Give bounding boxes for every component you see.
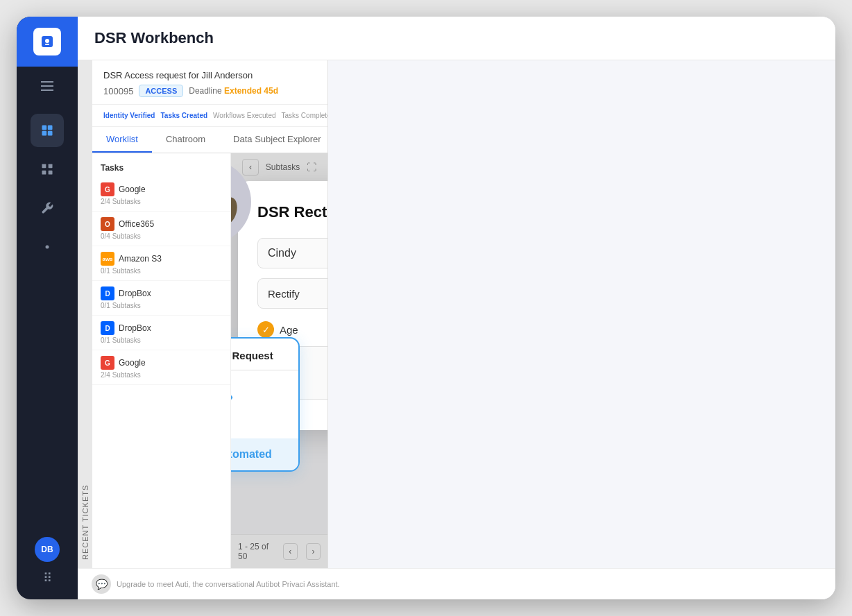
step-completed: Tasks Completed [282, 112, 327, 119]
tabs-bar: Worklist Chatroom Data Subject Explorer … [92, 127, 327, 153]
home-icon [40, 123, 54, 137]
owl-container [231, 160, 251, 271]
avatar[interactable]: DB [35, 537, 60, 562]
svg-point-11 [46, 246, 49, 249]
age-header: ✓ Age [257, 321, 327, 338]
svg-rect-6 [48, 131, 53, 136]
upgrade-icon: 💬 [92, 574, 111, 594]
dropbox-icon-2: D [101, 321, 114, 335]
tab-data-subject[interactable]: Data Subject Explorer [219, 127, 328, 153]
modal-title: DSR Rectify Request [257, 203, 327, 221]
amazon-icon: aws [101, 252, 114, 266]
main-content: DSR Workbench RECENT TICKETS DSR Access … [78, 17, 835, 599]
task-item-google-1[interactable]: G Google 2/4 Subtasks [92, 177, 230, 212]
top-bar: DSR Workbench [78, 17, 835, 60]
task-service-row: G Google [101, 182, 222, 196]
task-item-dropbox-2[interactable]: D DropBox 0/1 Subtasks [92, 316, 230, 350]
subtask-count-5: 0/1 Subtasks [101, 336, 222, 344]
tab-worklist[interactable]: Worklist [92, 127, 152, 153]
sidebar-bottom: DB ⠿ [35, 537, 60, 599]
upgrade-bar: 💬 Upgrade to meet Auti, the conversation… [78, 568, 835, 599]
tab-chatroom[interactable]: Chatroom [152, 127, 219, 153]
task-service-row-4: D DropBox [101, 286, 222, 300]
service-name-3: Amazon S3 [119, 254, 162, 264]
rectification-title: Rectification Request [231, 339, 298, 370]
content-area: RECENT TICKETS DSR Access request for Ji… [78, 60, 835, 568]
google-icon-1: G [101, 182, 114, 196]
task-service-row-6: G Google [101, 356, 222, 370]
step-identity: Identity Verified [103, 112, 155, 119]
task-item-amazons3[interactable]: aws Amazon S3 0/1 Subtasks [92, 246, 230, 281]
svg-rect-2 [45, 44, 49, 45]
svg-rect-9 [42, 171, 46, 175]
sidebar-item-home[interactable] [31, 114, 64, 147]
task-service-row-5: D DropBox [101, 321, 222, 335]
age-label: Age [280, 324, 298, 336]
task-service-row-3: aws Amazon S3 [101, 252, 222, 266]
tasks-list-panel: Tasks G Google 2/4 Subtasks O [92, 153, 231, 568]
rectification-card: Rectification Request Subtask A [231, 337, 300, 472]
deadline-label: Deadline Extended 45d [189, 86, 278, 96]
request-type-dropdown[interactable]: Rectify ▾ [257, 278, 327, 309]
svg-rect-7 [42, 164, 46, 169]
name-row [257, 238, 327, 268]
subtask-count-4: 0/1 Subtasks [101, 302, 222, 309]
logo-area [17, 17, 78, 67]
svg-point-1 [45, 39, 49, 43]
task-item-office365[interactable]: O Office365 0/4 Subtasks [92, 212, 230, 246]
service-name-5: DropBox [119, 323, 151, 333]
service-name-2: Office365 [119, 219, 154, 229]
task-item-google-2[interactable]: G Google 2/4 Subtasks [92, 350, 230, 385]
step-workflows: Workflows Executed [213, 112, 275, 119]
subtask-count-2: 0/4 Subtasks [101, 232, 222, 240]
request-meta: 100095 ACCESS Deadline Extended 45d [103, 85, 316, 97]
owl-svg [231, 171, 241, 233]
tools-icon [40, 201, 54, 215]
big-check-icon [231, 387, 237, 422]
step-tasks: Tasks Created [160, 112, 207, 119]
office365-icon: O [101, 217, 114, 231]
recent-tickets-label: RECENT TICKETS [78, 60, 92, 568]
automated-label: Subtask Automated [231, 438, 298, 470]
task-item-dropbox-1[interactable]: D DropBox 0/1 Subtasks [92, 281, 230, 316]
sidebar-item-settings[interactable] [31, 230, 64, 264]
right-panel: ‹ Subtasks ⛶ Data Discovery → [231, 153, 327, 568]
svg-rect-3 [42, 126, 47, 130]
svg-rect-5 [42, 131, 47, 136]
request-title: DSR Access request for Jill Anderson [103, 70, 316, 80]
svg-rect-4 [48, 126, 53, 130]
modal-overlay: DSR Rectify Request Rectify ▾ [231, 153, 327, 568]
age-check-icon: ✓ [257, 321, 274, 338]
upgrade-text: Upgrade to meet Auti, the conversational… [117, 580, 340, 588]
request-header: DSR Access request for Jill Anderson 100… [92, 60, 327, 105]
tasks-area: Tasks G Google 2/4 Subtasks O [92, 153, 327, 568]
service-name-6: Google [119, 358, 146, 368]
more-options-icon[interactable]: ⠿ [43, 570, 52, 585]
left-panel: DSR Access request for Jill Anderson 100… [92, 60, 328, 568]
request-id: 100095 [103, 86, 133, 96]
sidebar-item-dashboard[interactable] [31, 153, 64, 186]
service-name-4: DropBox [119, 289, 151, 298]
subtask-count-3: 0/1 Subtasks [101, 267, 222, 275]
svg-point-27 [231, 196, 240, 227]
sidebar: DB ⠿ [17, 17, 78, 599]
request-type-value: Rectify [268, 288, 300, 300]
svg-rect-8 [49, 164, 53, 169]
svg-rect-10 [49, 171, 53, 175]
tasks-header: Tasks [92, 159, 230, 177]
google-icon-2: G [101, 356, 114, 370]
sidebar-item-tools[interactable] [31, 191, 64, 225]
settings-icon [40, 240, 54, 254]
access-badge: ACCESS [139, 85, 183, 97]
subtask-count-6: 2/4 Subtasks [101, 371, 222, 379]
subtask-count-1: 2/4 Subtasks [101, 198, 222, 205]
task-service-row-2: O Office365 [101, 217, 222, 231]
checkmark-svg [231, 387, 237, 422]
logo-icon [33, 28, 61, 55]
first-name-input[interactable] [257, 238, 327, 268]
page-title: DSR Workbench [94, 29, 214, 46]
service-name-1: Google [119, 185, 146, 194]
dropbox-icon-1: D [101, 286, 114, 300]
menu-toggle-button[interactable] [17, 69, 78, 103]
extended-badge: Extended 45d [224, 86, 278, 96]
